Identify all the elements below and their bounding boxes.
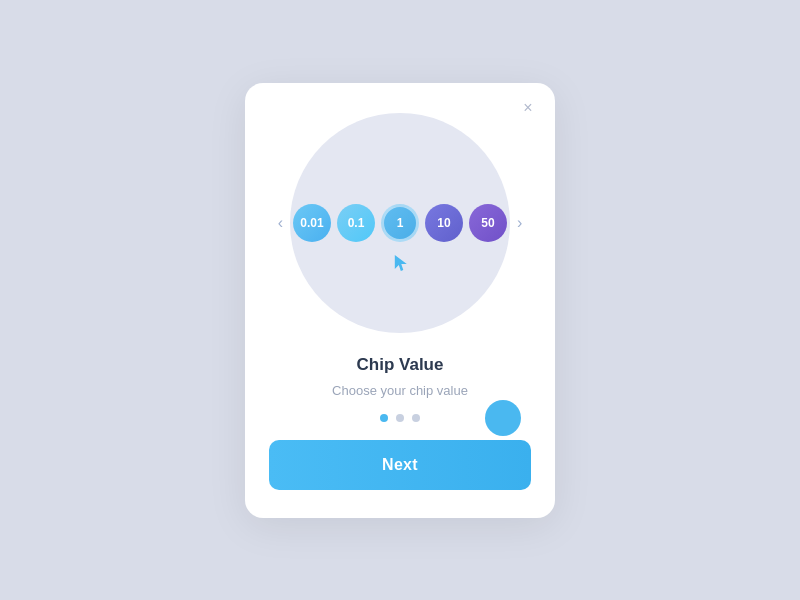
chip-value-modal: × ‹ 0.01 0.1 1 10 50 › <box>245 83 555 518</box>
chip-10[interactable]: 10 <box>425 204 463 242</box>
chip-display-circle: ‹ 0.01 0.1 1 10 50 › <box>290 113 510 333</box>
chips-row: ‹ 0.01 0.1 1 10 50 › <box>274 204 527 242</box>
chip-1[interactable]: 1 <box>381 204 419 242</box>
pagination-dot-1[interactable] <box>380 414 388 422</box>
section-title: Chip Value <box>357 355 444 375</box>
pagination-dots-row <box>269 414 531 422</box>
cursor-icon <box>393 253 411 280</box>
blue-circle-decoration <box>485 400 521 436</box>
section-description: Choose your chip value <box>332 383 468 398</box>
next-arrow-button[interactable]: › <box>513 210 526 236</box>
chip-0.01[interactable]: 0.01 <box>293 204 331 242</box>
pagination-dot-2[interactable] <box>396 414 404 422</box>
right-arrow-icon: › <box>517 214 522 232</box>
next-button[interactable]: Next <box>269 440 531 490</box>
close-button[interactable]: × <box>517 97 539 119</box>
chip-0.1[interactable]: 0.1 <box>337 204 375 242</box>
chip-50[interactable]: 50 <box>469 204 507 242</box>
pagination-dot-3[interactable] <box>412 414 420 422</box>
left-arrow-icon: ‹ <box>278 214 283 232</box>
prev-arrow-button[interactable]: ‹ <box>274 210 287 236</box>
close-icon: × <box>523 99 532 117</box>
